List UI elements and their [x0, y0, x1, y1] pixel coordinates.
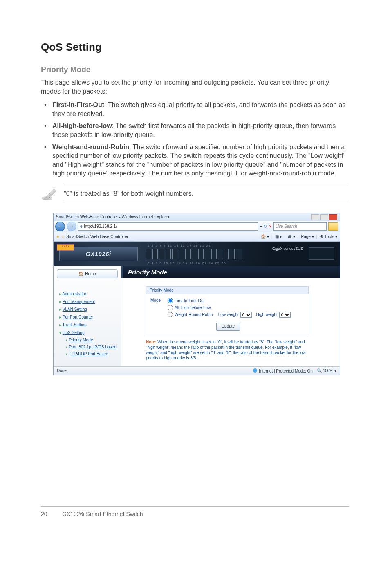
low-weight-select[interactable]: 0	[240, 312, 252, 318]
sidebar-item-per-port-counter[interactable]: Per Port Counter	[54, 313, 121, 321]
pencil-icon	[41, 184, 64, 203]
bullet-item: First-In-First-Out: The switch gives equ…	[41, 101, 349, 118]
port-numbers-top: 1 3 5 7 9 11 13 15 17 19 21 23	[148, 244, 211, 247]
footer-product: GX1026i Smart Ethernet Switch	[62, 511, 143, 517]
section-heading: QoS Setting	[41, 41, 349, 54]
bullet-list: First-In-First-Out: The switch gives equ…	[41, 101, 349, 178]
print-icon[interactable]: 🖶 ▾	[288, 234, 295, 239]
sidebar-item-qos-setting[interactable]: QoS Setting	[54, 329, 121, 337]
sidebar-item-port-management[interactable]: Port Management	[54, 298, 121, 305]
radio-wrr-label: Weight-Round-Robin.	[175, 312, 214, 317]
embedded-screenshot: SmartSwitch Web-Base Controller - Window…	[53, 213, 340, 375]
port-diagram	[146, 249, 242, 259]
sidebar: 🏠 Home Administrator Port Management VLA…	[54, 266, 121, 366]
led-panel	[309, 247, 334, 260]
status-done: Done	[57, 368, 67, 373]
panel-header: Priority Mode	[121, 266, 340, 278]
home-button[interactable]: 🏠 Home	[57, 269, 118, 278]
bullet-term: Weight-and-round-Robin	[52, 144, 129, 150]
minimize-button[interactable]	[311, 214, 319, 220]
page-menu[interactable]: Page ▾	[301, 234, 314, 239]
close-button[interactable]	[329, 214, 337, 220]
sidebar-item-vlan-setting[interactable]: VLAN Setting	[54, 305, 121, 313]
bullet-item: Weight-and-round-Robin: The switch forwa…	[41, 143, 349, 178]
maximize-button[interactable]	[320, 214, 328, 220]
sidebar-sub-priority-mode[interactable]: ▪Priority Mode	[54, 337, 121, 343]
status-bar: Done Internet | Protected Mode: On 🔍 100…	[54, 366, 340, 375]
sidebar-sub-port-based[interactable]: ▪Port, 802.1p ,IP/DS based	[54, 343, 121, 350]
bullet-item: All-high-before-low: The switch first fo…	[41, 121, 349, 139]
radio-allhigh-label: All-High-before-Low	[175, 305, 211, 310]
browser-tabbar: ★ ✩ SmartSwitch Web-Base Controller 🏠 ▾ …	[54, 232, 340, 242]
main-content: Priority Mode Priority Mode Mode First-I…	[121, 266, 340, 366]
asus-badge: /SUS	[57, 244, 74, 251]
address-input[interactable]: ehttp://192.168.2.1/	[78, 222, 258, 231]
low-weight-label: Low weight	[218, 312, 239, 317]
tools-menu[interactable]: ⚙ Tools ▾	[320, 234, 337, 239]
high-weight-label: High weight	[256, 312, 278, 317]
page-footer: 20 GX1026i Smart Ethernet Switch	[41, 506, 349, 525]
note-callout: "0" is treated as "8" for both weight nu…	[41, 184, 349, 203]
device-banner: /SUS GX1026i 1 3 5 7 9 11 13 15 17 19 21…	[54, 242, 340, 266]
sidebar-item-administrator[interactable]: Administrator	[54, 290, 121, 298]
feeds-icon[interactable]: ▦ ▾	[275, 234, 282, 239]
bullet-term: All-high-before-low	[52, 122, 112, 129]
panel-note: Note: When the queue weight is set to "0…	[146, 339, 308, 361]
panel-box-body: Mode First-In-First-Out All-High-before-…	[146, 294, 310, 335]
radio-fifo[interactable]	[168, 298, 173, 303]
forward-button[interactable]: →	[67, 222, 76, 231]
status-zone: Internet | Protected Mode: On	[253, 368, 313, 373]
update-button[interactable]: Update	[216, 323, 240, 331]
back-button[interactable]: ←	[55, 222, 65, 231]
high-weight-select[interactable]: 0	[279, 312, 291, 318]
subsection-heading: Priority Mode	[41, 65, 349, 74]
port-numbers-bottom: 2 4 6 8 10 12 14 16 18 20 22 24 25 26	[148, 262, 226, 265]
sidebar-item-trunk-setting[interactable]: Trunk Setting	[54, 321, 121, 329]
panel-note-label: Note:	[146, 340, 157, 344]
search-input[interactable]: Live Search	[273, 222, 327, 231]
bullet-term: First-In-First-Out	[52, 101, 104, 108]
status-zoom[interactable]: 🔍 100% ▾	[317, 368, 336, 373]
mode-label: Mode	[150, 298, 163, 303]
panel-box-title: Priority Mode	[146, 286, 309, 294]
radio-allhigh[interactable]	[168, 305, 173, 310]
window-titlebar: SmartSwitch Web-Base Controller - Window…	[54, 213, 340, 221]
radio-fifo-label: First-In-First-Out	[175, 298, 204, 303]
radio-wrr[interactable]	[168, 312, 173, 317]
window-title: SmartSwitch Web-Base Controller - Window…	[56, 215, 170, 219]
command-bar: 🏠 ▾ | ▦ ▾ | 🖶 ▾ | Page ▾ | ⚙ Tools ▾	[261, 234, 337, 239]
panel-note-body: When the queue weight is set to "0", it …	[146, 340, 306, 360]
note-text: "0" is treated as "8" for both weight nu…	[64, 186, 349, 202]
favorites-icon[interactable]: ★	[56, 234, 60, 239]
search-button[interactable]	[328, 222, 338, 231]
sidebar-sub-tcpudp[interactable]: ▪TCP/UDP Port Based	[54, 350, 121, 357]
home-icon[interactable]: 🏠 ▾	[261, 234, 269, 239]
intro-paragraph: This page allows you to set the priority…	[41, 78, 349, 96]
series-label: GigaX series /SUS	[272, 247, 303, 251]
add-favorite-icon[interactable]: ✩	[61, 234, 65, 239]
page-number: 20	[41, 511, 52, 517]
tab-title[interactable]: SmartSwitch Web-Base Controller	[66, 234, 128, 239]
browser-addressbar-row: ← → ehttp://192.168.2.1/ ▾ ↻ ✕ Live Sear…	[54, 221, 340, 232]
